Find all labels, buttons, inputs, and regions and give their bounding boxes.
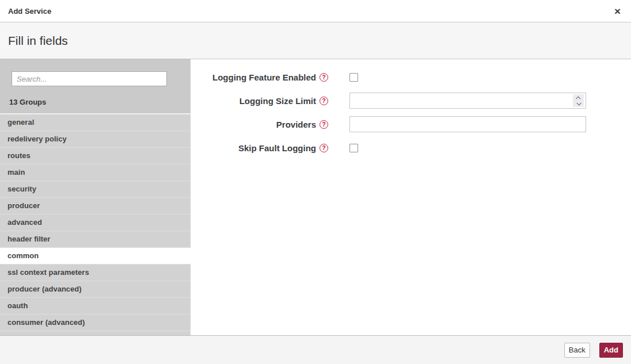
dialog-body: 13 Groups generalredelivery policyroutes…: [0, 59, 631, 335]
group-count-label: 13 Groups: [9, 98, 179, 106]
up-down-chevrons-icon[interactable]: [573, 94, 584, 107]
sidebar-group-item[interactable]: producer (advanced): [0, 281, 191, 298]
sidebar-group-item[interactable]: security: [0, 181, 191, 198]
sidebar-group-item[interactable]: redelivery policy: [0, 131, 191, 148]
field-label-col: Logging Size Limit?: [191, 96, 328, 106]
text-input[interactable]: [349, 116, 586, 132]
field-checkbox[interactable]: [349, 144, 358, 152]
fields-form: Logging Feature Enabled?Logging Size Lim…: [191, 59, 631, 335]
field-control-col: [349, 144, 586, 152]
add-button[interactable]: Add: [599, 343, 623, 358]
form-row: Logging Feature Enabled?: [191, 69, 631, 85]
field-label-col: Providers?: [191, 120, 328, 129]
help-icon[interactable]: ?: [320, 120, 328, 129]
sidebar-group-item[interactable]: header filter: [0, 231, 191, 248]
back-button[interactable]: Back: [564, 343, 590, 358]
field-label: Skip Fault Logging: [238, 143, 316, 153]
chevron-up-icon[interactable]: [576, 96, 580, 101]
sidebar-group-item[interactable]: common: [0, 248, 191, 265]
form-row: Skip Fault Logging?: [191, 140, 631, 156]
field-control-col: [349, 93, 586, 109]
help-icon[interactable]: ?: [320, 73, 328, 82]
chevron-down-icon[interactable]: [576, 101, 581, 105]
group-list: generalredelivery policyroutesmainsecuri…: [0, 113, 191, 331]
field-label: Logging Feature Enabled: [212, 72, 316, 82]
sidebar-group-item[interactable]: advanced: [0, 214, 191, 231]
number-input-wrap: [349, 93, 586, 109]
sidebar-group-item[interactable]: general: [0, 114, 191, 131]
help-icon[interactable]: ?: [320, 144, 328, 152]
sidebar-group-item[interactable]: ssl context parameters: [0, 265, 191, 281]
page-title: Fill in fields: [8, 34, 68, 48]
field-control-col: [349, 73, 586, 82]
dialog-subheader: Fill in fields: [0, 22, 631, 59]
form-row: Logging Size Limit?: [191, 93, 631, 109]
sidebar-group-item[interactable]: producer: [0, 198, 191, 214]
dialog-title: Add Service: [8, 7, 51, 16]
help-icon[interactable]: ?: [320, 97, 328, 105]
form-row: Providers?: [191, 116, 631, 132]
field-label-col: Logging Feature Enabled?: [191, 72, 328, 82]
field-label: Providers: [276, 120, 316, 129]
sidebar-top: 13 Groups: [0, 59, 191, 113]
sidebar-group-item[interactable]: main: [0, 164, 191, 181]
search-input[interactable]: [12, 71, 167, 86]
field-control-col: [349, 116, 586, 132]
sidebar-group-item[interactable]: routes: [0, 148, 191, 164]
sidebar-group-item[interactable]: consumer (advanced): [0, 315, 191, 331]
dialog-footer: Back Add: [0, 335, 631, 364]
sidebar-group-item[interactable]: oauth: [0, 298, 191, 315]
add-service-dialog: Add Service × Fill in fields 13 Groups g…: [0, 0, 631, 364]
field-checkbox[interactable]: [349, 73, 358, 82]
field-label: Logging Size Limit: [240, 96, 316, 106]
close-icon[interactable]: ×: [612, 5, 623, 18]
groups-sidebar: 13 Groups generalredelivery policyroutes…: [0, 59, 191, 335]
field-label-col: Skip Fault Logging?: [191, 143, 328, 153]
number-input[interactable]: [349, 93, 586, 109]
dialog-header: Add Service ×: [0, 0, 631, 22]
